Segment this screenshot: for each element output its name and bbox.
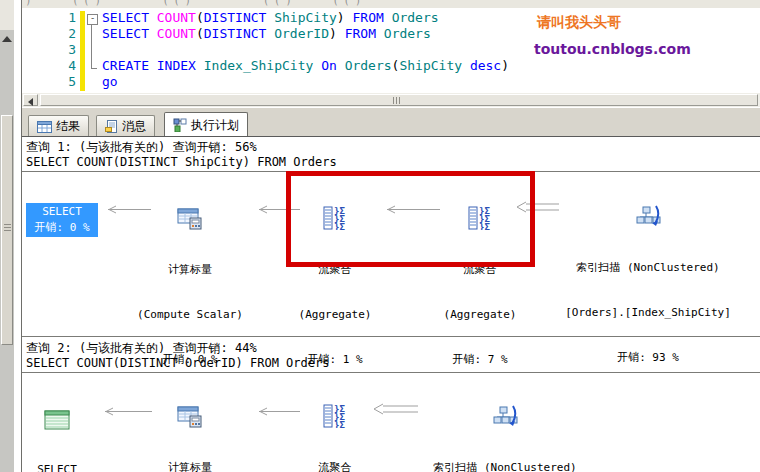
code-line[interactable]: SELECT COUNT(DISTINCT OrderID) FROM Orde… <box>102 26 509 42</box>
svg-text:}Σ: }Σ <box>334 420 345 428</box>
horizontal-scrollbar-thumb[interactable] <box>40 94 758 106</box>
query1-sql: SELECT COUNT(DISTINCT ShipCity) FROM Ord… <box>26 155 337 169</box>
node-title: SELECT <box>21 462 93 472</box>
node-cost: 开销: 93 % <box>548 350 748 365</box>
plan1-node-select-label-selected[interactable]: SELECT开销: 0 % <box>26 203 98 237</box>
stream-aggregate-icon: }Σ }Σ }Σ <box>323 404 347 428</box>
plan2-node-select[interactable]: SELECT 开销: 0 % <box>21 380 93 472</box>
plan1-arrow-compute-to-select[interactable] <box>99 204 151 215</box>
code-token: ShipCity <box>274 10 337 25</box>
code-token: Orders <box>384 26 431 41</box>
code-token: On <box>321 58 344 73</box>
code-token: ( <box>196 26 204 41</box>
node-title: 索引扫描 (NonClustered) <box>548 260 748 275</box>
code-line[interactable] <box>102 42 509 58</box>
plan1-node-index-scan[interactable]: 索引扫描 (NonClustered) [Orders].[Index_Ship… <box>548 174 748 395</box>
editor-horizontal-scrollbar[interactable] <box>22 93 760 107</box>
code-token: ( <box>196 10 204 25</box>
node-cost: 开销: 7 % <box>435 352 525 367</box>
code-token: OrderID <box>274 26 329 41</box>
code-token: SELECT <box>102 26 157 41</box>
code-collapse-icon[interactable]: - <box>87 14 98 25</box>
results-tab-strip: 结果 消息 执行计划 <box>22 107 760 137</box>
change-tracking-bar <box>80 11 85 91</box>
execution-plan-icon <box>173 118 187 132</box>
plan2-arrow-scan-to-agg-thick[interactable] <box>372 403 418 416</box>
code-token: ShipCity <box>399 58 469 73</box>
left-gutter <box>14 0 21 472</box>
sql-editor[interactable]: 12345 - SELECT COUNT(DISTINCT ShipCity) … <box>22 8 760 93</box>
code-line[interactable]: CREATE INDEX Index_ShipCity On Orders(Sh… <box>102 58 509 74</box>
plan2-arrow-compute-to-select[interactable] <box>96 406 152 417</box>
node-cost: 开销: 0 % <box>34 221 89 234</box>
tab-execution-plan[interactable]: 执行计划 <box>164 112 248 137</box>
code-token: ) <box>337 10 353 25</box>
outline-guide-end <box>91 68 97 69</box>
code-lines[interactable]: SELECT COUNT(DISTINCT ShipCity) FROM Ord… <box>102 10 509 90</box>
line-numbers: 12345 <box>48 10 76 90</box>
thumb-grip <box>4 224 11 225</box>
separator <box>22 372 760 373</box>
code-token: CREATE INDEX <box>102 58 204 73</box>
scrollbar-track-top <box>0 0 14 30</box>
tab-results[interactable]: 结果 <box>28 115 89 137</box>
query2-header: 查询 2: (与该批有关的) 查询开销: 44% <box>26 340 257 357</box>
tab-results-label: 结果 <box>56 118 80 135</box>
left-vertical-scrollbar[interactable] <box>0 0 15 472</box>
left-scrollbar-thumb[interactable] <box>1 115 13 345</box>
code-token: FROM <box>345 26 384 41</box>
thumb-grip <box>393 97 394 104</box>
code-token: FROM <box>353 10 392 25</box>
line-number: 3 <box>48 42 76 58</box>
messages-icon <box>105 120 118 133</box>
node-subtitle: (Aggregate) <box>290 307 380 322</box>
results-grid-icon <box>37 121 52 133</box>
code-line[interactable]: SELECT COUNT(DISTINCT ShipCity) FROM Ord… <box>102 10 509 26</box>
thumb-grip <box>396 97 397 104</box>
watermark-text: 请叫我头头哥 <box>537 14 621 32</box>
red-annotation-rectangle <box>286 171 535 267</box>
code-token: desc <box>470 58 501 73</box>
plan2-node-compute-scalar[interactable]: 计算标量 (Compute Scalar) 开销: 0 % <box>130 376 250 472</box>
compute-scalar-icon <box>177 208 203 230</box>
select-result-icon <box>44 410 70 430</box>
code-token: DISTINCT <box>204 10 274 25</box>
outline-guide <box>91 24 92 68</box>
thumb-grip <box>399 97 400 104</box>
scroll-left-arrow-icon <box>28 98 33 106</box>
query1-header: 查询 1: (与该批有关的) 查询开销: 56% <box>26 139 257 156</box>
node-title: 计算标量 <box>130 460 250 472</box>
line-number: 2 <box>48 26 76 42</box>
code-token: ) <box>501 58 509 73</box>
line-number: 5 <box>48 74 76 90</box>
scroll-left-button[interactable] <box>23 94 38 106</box>
code-token: DISTINCT <box>204 26 274 41</box>
code-token: Index_ShipCity <box>204 58 321 73</box>
code-token: go <box>102 74 118 89</box>
node-subtitle: (Aggregate) <box>435 307 525 322</box>
ssms-execution-plan-window: ( ( ) ( ( ) ( ( ) ( ( ) ( ( ) 12345 - SE… <box>0 0 760 472</box>
compute-scalar-icon <box>177 406 203 428</box>
plan2-arrow-agg-to-compute[interactable] <box>250 406 300 417</box>
node-title: 流聚合 <box>290 460 380 472</box>
plan2-node-stream-aggregate[interactable]: }Σ }Σ }Σ 流聚合 (Aggregate) 开销: 9 % <box>290 374 380 472</box>
separator-highlight <box>22 337 760 338</box>
index-scan-icon <box>492 404 518 428</box>
tab-messages[interactable]: 消息 <box>96 115 155 137</box>
clipped-top-strip: ( ( ) ( ( ) ( ( ) ( ( ) ( ( ) <box>0 0 760 8</box>
query2-sql: SELECT COUNT(DISTINCT OrderID) FROM Orde… <box>26 356 329 370</box>
plan2-node-index-scan[interactable]: 索引扫描 (NonClustered) [Orders].[OrderDate]… <box>405 374 605 472</box>
node-subtitle: [Orders].[Index_ShipCity] <box>548 305 748 320</box>
node-title: SELECT <box>42 205 82 218</box>
node-title: 索引扫描 (NonClustered) <box>405 460 605 472</box>
thumb-grip <box>4 227 11 228</box>
node-subtitle: (Compute Scalar) <box>130 307 250 322</box>
code-token: Orders <box>392 10 439 25</box>
code-line[interactable]: go <box>102 74 509 90</box>
node-title: 计算标量 <box>130 262 250 277</box>
code-token: COUNT <box>157 10 196 25</box>
scroll-up-arrow-icon[interactable] <box>2 36 12 42</box>
tab-messages-label: 消息 <box>122 118 146 135</box>
code-token: SELECT <box>102 10 157 25</box>
watermark-link: toutou.cnblogs.com <box>534 41 691 57</box>
